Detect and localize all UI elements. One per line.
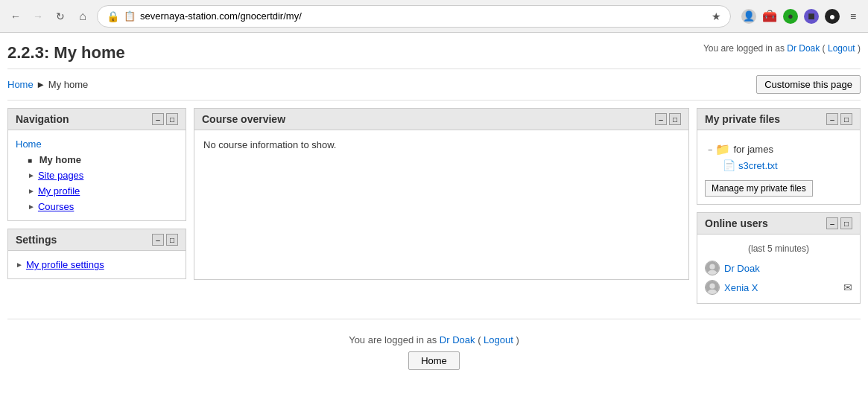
nav-arrow-courses[interactable]: ►	[28, 203, 35, 211]
customise-page-button[interactable]: Customise this page	[756, 75, 861, 94]
course-overview-controls: – □	[655, 113, 681, 125]
page-title: 2.2.3: My home	[7, 43, 125, 63]
online-users-body: (last 5 minutes) Dr Doak	[697, 235, 860, 303]
nav-item-myhome: ■ My home	[28, 152, 178, 168]
online-users-subtitle: (last 5 minutes)	[705, 240, 852, 258]
nav-link-sitepages[interactable]: Site pages	[38, 170, 83, 181]
nav-link-courses[interactable]: Courses	[38, 201, 74, 212]
footer-paren-open: (	[478, 334, 481, 345]
user-link-xeniax[interactable]: Xenia X	[724, 282, 758, 293]
settings-panel-expand[interactable]: □	[166, 234, 178, 246]
avatar-xeniax	[705, 280, 720, 295]
browser-chrome: ← → ↻ ⌂ 🔒 📋 ★ 👤 🧰 ● ■ ● ≡	[0, 0, 868, 33]
private-files-title: My private files	[705, 113, 780, 125]
reload-button[interactable]: ↻	[52, 8, 69, 25]
avatar-drdoak	[705, 261, 720, 275]
breadcrumb-home[interactable]: Home	[7, 79, 34, 90]
online-users-header: Online users – □	[697, 213, 860, 235]
user-link-drdoak[interactable]: Dr Doak	[724, 263, 760, 274]
course-overview-body: No course information to show.	[194, 130, 688, 279]
sidebar: Navigation – □ Home ■ My home	[7, 108, 186, 279]
nav-item-home: Home	[16, 136, 178, 152]
online-users-expand[interactable]: □	[840, 217, 852, 229]
footer-paren-close: )	[516, 334, 519, 345]
puzzle-icon[interactable]: ■	[804, 9, 819, 24]
svg-point-3	[709, 264, 715, 270]
online-user-left-2: Xenia X	[705, 280, 758, 295]
profile-icon[interactable]: 👤	[741, 9, 756, 24]
footer-logout-link[interactable]: Logout	[484, 334, 513, 345]
online-users-controls: – □	[826, 217, 852, 229]
nav-item-myprofile: ► My profile	[28, 183, 178, 199]
navigation-panel-minimize[interactable]: –	[152, 113, 164, 125]
nav-arrow-myprofile[interactable]: ►	[28, 187, 35, 195]
header-paren-open: (	[823, 43, 826, 54]
extensions-menu-icon[interactable]: ≡	[846, 9, 861, 24]
file-link[interactable]: s3cret.txt	[738, 160, 778, 171]
private-files-minimize[interactable]: –	[826, 113, 838, 125]
nav-link-myprofile[interactable]: My profile	[38, 185, 80, 197]
online-users-title: Online users	[705, 217, 768, 229]
main-content: Course overview – □ No course informatio…	[194, 108, 689, 280]
page-header: 2.2.3: My home You are logged in as Dr D…	[7, 33, 861, 69]
file-item-row: 📄 s3cret.txt	[708, 158, 849, 173]
content-area: Navigation – □ Home ■ My home	[7, 108, 861, 304]
page-footer: You are logged in as Dr Doak ( Logout ) …	[7, 319, 861, 377]
nav-link-myhome[interactable]: My home	[39, 154, 81, 165]
header-login-text: You are logged in as	[703, 43, 787, 54]
file-folder-row: − 📁 for james	[708, 141, 849, 158]
forward-button[interactable]: →	[30, 8, 46, 25]
private-files-expand[interactable]: □	[840, 113, 852, 125]
settings-panel-title: Settings	[16, 234, 57, 246]
green-circle-icon[interactable]: ●	[783, 9, 798, 24]
nav-item-sitepages: ► Site pages	[28, 168, 178, 183]
nav-arrow-sitepages[interactable]: ►	[28, 171, 35, 179]
breadcrumb-arrow: ►	[36, 79, 45, 90]
breadcrumb: Home ► My home	[7, 79, 88, 90]
online-users-panel: Online users – □ (last 5 minutes) Dr Doa…	[697, 212, 861, 304]
page-wrapper: 2.2.3: My home You are logged in as Dr D…	[0, 33, 868, 377]
nav-link-home[interactable]: Home	[16, 138, 42, 150]
navigation-panel-expand[interactable]: □	[166, 113, 178, 125]
manage-private-files-button[interactable]: Manage my private files	[705, 180, 813, 197]
message-icon[interactable]: ✉	[843, 281, 852, 293]
footer-user-link[interactable]: Dr Doak	[440, 334, 475, 345]
course-overview-panel: Course overview – □ No course informatio…	[194, 108, 689, 280]
menu-icon[interactable]: ●	[825, 9, 840, 24]
navigation-panel-title: Navigation	[16, 113, 69, 125]
home-nav-button[interactable]: ⌂	[75, 8, 91, 25]
header-logout-link[interactable]: Logout	[828, 43, 855, 54]
settings-panel: Settings – □ ► My profile settings	[7, 229, 186, 279]
online-user-left-1: Dr Doak	[705, 261, 760, 275]
header-paren-close: )	[858, 43, 861, 54]
footer-login-info: You are logged in as Dr Doak ( Logout )	[7, 334, 861, 345]
browser-toolbar: 👤 🧰 ● ■ ● ≡	[741, 9, 861, 24]
settings-link-profile[interactable]: My profile settings	[26, 259, 104, 270]
address-bar: 🔒 📋 ★	[97, 5, 731, 28]
header-user-link[interactable]: Dr Doak	[787, 43, 820, 54]
folder-icon: 📁	[715, 142, 730, 156]
settings-panel-minimize[interactable]: –	[152, 234, 164, 246]
breadcrumb-current: My home	[48, 79, 88, 90]
header-login-info: You are logged in as Dr Doak ( Logout )	[703, 43, 861, 54]
settings-arrow-profile[interactable]: ►	[16, 261, 23, 269]
nav-indent: ■ My home ► Site pages ► My profile ►	[16, 152, 178, 214]
course-overview-title: Course overview	[202, 113, 285, 125]
star-icon[interactable]: ★	[712, 10, 721, 22]
folder-toggle[interactable]: −	[708, 145, 712, 154]
url-input[interactable]	[140, 10, 707, 22]
extension-icon[interactable]: 🧰	[762, 9, 777, 24]
navigation-panel-controls: – □	[152, 113, 178, 125]
online-users-minimize[interactable]: –	[826, 217, 838, 229]
course-overview-expand[interactable]: □	[669, 113, 681, 125]
footer-login-text: You are logged in as	[349, 334, 440, 345]
breadcrumb-bar: Home ► My home Customise this page	[7, 69, 861, 101]
settings-panel-controls: – □	[152, 234, 178, 246]
online-user-row-2: Xenia X ✉	[705, 278, 852, 297]
footer-home-button[interactable]: Home	[408, 351, 460, 370]
course-overview-empty: No course information to show.	[203, 139, 336, 150]
back-button[interactable]: ←	[7, 8, 24, 25]
private-files-header: My private files – □	[697, 109, 860, 130]
private-files-panel: My private files – □ − 📁 for james	[697, 108, 861, 205]
course-overview-minimize[interactable]: –	[655, 113, 667, 125]
